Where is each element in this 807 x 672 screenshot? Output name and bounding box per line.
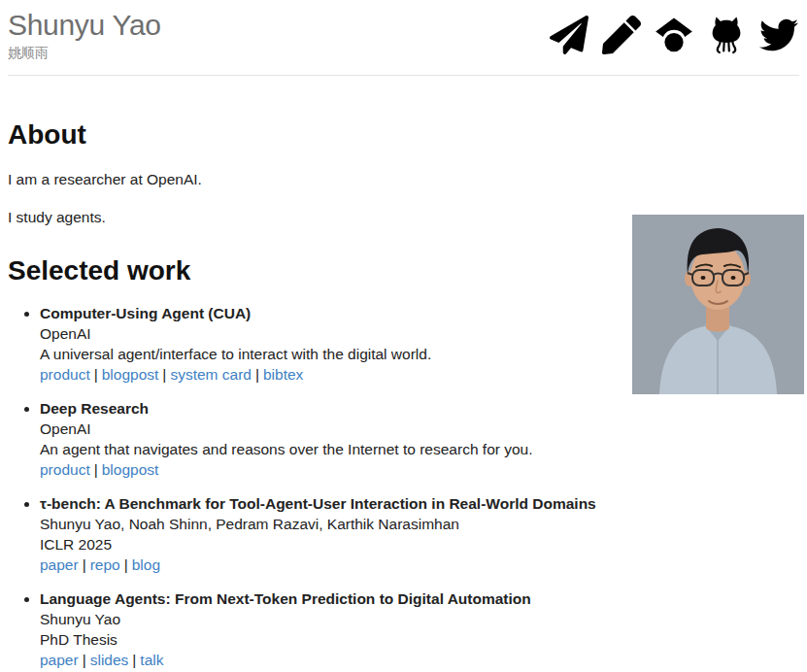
work-byline: Shunyu Yao <box>40 609 622 629</box>
work-detail: ICLR 2025 <box>40 534 622 554</box>
work-link[interactable]: blog <box>132 556 160 573</box>
work-byline: OpenAI <box>40 323 622 344</box>
work-title: Language Agents: From Next-Token Predict… <box>40 588 622 609</box>
work-detail: PhD Thesis <box>40 629 622 650</box>
email-link[interactable] <box>550 16 588 54</box>
work-links: product|blogpost|system card|bibtex <box>40 364 622 385</box>
about-paragraph: I study agents. <box>8 207 610 227</box>
profile-photo <box>632 215 804 394</box>
work-item: Deep Research OpenAI An agent that navig… <box>40 398 622 480</box>
link-separator: | <box>83 556 86 573</box>
work-item: Computer-Using Agent (CUA) OpenAI A univ… <box>40 303 622 385</box>
work-title: τ-bench: A Benchmark for Tool-Agent-User… <box>40 493 622 514</box>
link-separator: | <box>124 556 128 573</box>
work-title: Deep Research <box>40 398 622 419</box>
work-link[interactable]: product <box>40 461 90 478</box>
work-title: Computer-Using Agent (CUA) <box>40 303 622 323</box>
about-heading: About <box>8 118 799 151</box>
twitter-bird-icon <box>759 16 798 54</box>
work-link[interactable]: blogpost <box>102 461 159 478</box>
work-links: paper|repo|blog <box>40 554 622 575</box>
link-separator: | <box>94 366 98 383</box>
scholar-link[interactable] <box>655 16 693 54</box>
link-separator: | <box>132 652 136 668</box>
work-link[interactable]: paper <box>40 556 79 573</box>
header-divider <box>8 75 799 76</box>
title-block: Shunyu Yao 姚顺雨 <box>8 10 161 62</box>
work-link[interactable]: product <box>40 366 90 383</box>
pencil-icon <box>602 16 641 54</box>
work-item: τ-bench: A Benchmark for Tool-Agent-User… <box>40 493 622 575</box>
work-item: Language Agents: From Next-Token Predict… <box>40 588 622 670</box>
github-link[interactable] <box>707 16 746 54</box>
work-links: product|blogpost <box>40 459 622 480</box>
work-link[interactable]: blogpost <box>102 366 159 383</box>
work-links: paper|slides|talk <box>40 650 622 670</box>
work-link[interactable]: talk <box>140 652 163 668</box>
site-header: Shunyu Yao 姚顺雨 <box>0 0 807 62</box>
paper-plane-icon <box>550 16 588 54</box>
octocat-icon <box>707 16 746 54</box>
work-link[interactable]: system card <box>170 366 252 383</box>
work-link[interactable]: paper <box>40 652 79 668</box>
work-link[interactable]: slides <box>90 652 129 668</box>
work-byline: OpenAI <box>40 419 622 439</box>
link-separator: | <box>162 366 166 383</box>
work-list: Computer-Using Agent (CUA) OpenAI A univ… <box>8 303 622 672</box>
about-paragraph: I am a researcher at OpenAI. <box>8 169 610 189</box>
social-links <box>550 16 798 54</box>
work-link[interactable]: repo <box>90 556 120 573</box>
page-title: Shunyu Yao <box>8 10 161 41</box>
twitter-link[interactable] <box>759 16 798 54</box>
work-detail: An agent that navigates and reasons over… <box>40 439 622 459</box>
work-link[interactable]: bibtex <box>263 366 303 383</box>
main-content: About I am a researcher at OpenAI. I stu… <box>0 118 807 672</box>
link-separator: | <box>83 652 86 668</box>
personal-homepage: Shunyu Yao 姚顺雨 <box>0 0 807 672</box>
chinese-name: 姚顺雨 <box>8 45 161 62</box>
work-byline: Shunyu Yao, Noah Shinn, Pedram Razavi, K… <box>40 514 622 534</box>
graduation-cap-icon <box>655 16 693 54</box>
blog-link[interactable] <box>602 16 641 54</box>
link-separator: | <box>255 366 259 383</box>
link-separator: | <box>94 461 98 478</box>
work-detail: A universal agent/interface to interact … <box>40 344 622 364</box>
